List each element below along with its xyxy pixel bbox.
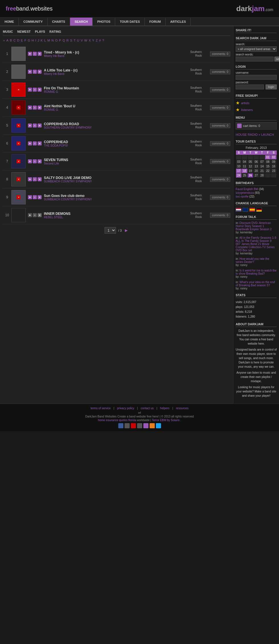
search-area-select[interactable]: » all unsigned band areas — [236, 46, 277, 52]
calendar-day[interactable]: 05 — [247, 160, 253, 164]
calendar-day[interactable]: 14 — [259, 164, 265, 169]
alpha-hash[interactable]: # — [99, 39, 101, 42]
calendar-day[interactable]: 22 — [265, 169, 271, 173]
song-artist[interactable]: THE SODA POPS! — [44, 144, 179, 147]
sub-nav-plays[interactable]: PLAYS — [35, 29, 45, 34]
song-artist[interactable]: Misery Ink Band — [44, 54, 179, 57]
comments-button[interactable]: comments: 0 — [210, 141, 230, 146]
alpha-g[interactable]: G — [28, 39, 30, 42]
calendar-day[interactable]: 13 — [253, 164, 259, 169]
nav-search[interactable]: SEARCH — [70, 18, 93, 26]
calendar-day[interactable]: 03 — [236, 160, 242, 164]
play-btn[interactable]: ▶ — [28, 159, 32, 163]
alpha-a[interactable]: A — [6, 39, 8, 42]
fav-btn[interactable]: ♥ — [38, 52, 42, 56]
forum-topic-link[interactable]: Is it weird for me to watch the tv show … — [236, 269, 276, 275]
play-btn[interactable]: ▶ — [28, 177, 32, 181]
calendar-day[interactable]: 18 — [242, 169, 247, 173]
flag-uk[interactable] — [243, 208, 248, 212]
play-btn[interactable]: ▶ — [28, 141, 32, 145]
fav-btn[interactable]: ♥ — [38, 213, 42, 217]
fav-btn[interactable]: ♥ — [38, 106, 42, 110]
song-artist[interactable]: RONNIE G — [44, 108, 179, 111]
alpha-o[interactable]: O — [55, 39, 58, 42]
comments-button[interactable]: comments: 0 — [210, 195, 230, 200]
alpha-b[interactable]: B — [10, 39, 12, 42]
alpha-k[interactable]: K — [41, 39, 43, 42]
calendar-day[interactable]: 21 — [259, 169, 265, 173]
alpha-l[interactable]: L — [44, 39, 46, 42]
song-title[interactable]: Tired - Misery Ink - (c) — [44, 50, 179, 54]
alpha-f[interactable]: F — [24, 39, 26, 42]
alpha-x[interactable]: X — [89, 39, 91, 42]
alpha-h[interactable]: H — [32, 39, 34, 42]
radio-link[interactable]: HOUSE RADIO » LAUNCH — [236, 133, 274, 136]
calendar-day[interactable]: 01 — [265, 155, 271, 160]
calendar-day[interactable]: 17 — [236, 169, 242, 173]
social-icon-5[interactable] — [143, 423, 148, 428]
fav-btn[interactable]: ♥ — [38, 88, 42, 92]
alpha-r[interactable]: R — [66, 39, 69, 42]
fav-btn[interactable]: ♥ — [38, 159, 42, 163]
calendar-day[interactable]: 23 — [271, 169, 276, 173]
flag-es[interactable] — [249, 208, 255, 212]
birthday-link[interactable]: sxc-spofie — [236, 195, 249, 198]
play-btn[interactable]: ▶ — [28, 70, 32, 74]
comments-button[interactable]: comments: 0 — [210, 69, 230, 74]
nav-photos[interactable]: PHOTOS — [93, 18, 115, 26]
calendar-day[interactable]: 16 — [271, 164, 276, 169]
search-text-input[interactable] — [236, 57, 274, 61]
page-next-button[interactable]: ► — [124, 228, 129, 233]
calendar-day[interactable]: 12 — [247, 164, 253, 169]
footer-helpers[interactable]: helpers — [160, 407, 170, 410]
song-title[interactable]: Aint Nothin 'Bout U — [44, 104, 179, 108]
add-btn-gray[interactable]: + — [33, 213, 37, 217]
fav-btn[interactable]: ♥ — [38, 124, 42, 127]
song-title[interactable]: INNER DEMONS — [44, 212, 179, 216]
alpha-j[interactable]: J — [38, 39, 39, 42]
alpha-z[interactable]: Z — [96, 39, 98, 42]
add-btn[interactable]: + — [33, 106, 37, 110]
alpha-m[interactable]: M — [47, 39, 50, 42]
signup-artists-link[interactable]: artists — [241, 101, 249, 105]
footer-privacy[interactable]: privacy policy — [117, 407, 134, 410]
birthday-link[interactable]: Faust English BM — [236, 188, 258, 191]
footer-home-insurance[interactable]: home insurance quotes florida — [98, 419, 136, 422]
alpha-u[interactable]: U — [77, 39, 79, 42]
sub-nav-rating[interactable]: RATING — [49, 29, 61, 34]
comments-button[interactable]: comments: 0 — [210, 213, 230, 218]
password-input[interactable] — [236, 85, 264, 89]
calendar-day[interactable]: 28 — [259, 173, 265, 178]
add-btn[interactable]: + — [33, 52, 37, 56]
song-artist[interactable]: SOUTHERN COUNTRY SYMPHONY — [44, 126, 179, 129]
nav-articles[interactable]: ARTICLES — [166, 18, 191, 26]
play-btn[interactable]: ▶ — [28, 195, 32, 199]
fav-btn[interactable]: ♥ — [38, 195, 42, 199]
song-artist[interactable]: SUMBEACH COUNTRY SYMPHONY — [44, 180, 179, 183]
comments-button[interactable]: comments: 0 — [210, 177, 230, 182]
alpha-question[interactable]: ? — [102, 39, 104, 42]
calendar-day[interactable]: 06 — [253, 160, 259, 164]
forum-topic-link[interactable]: How would you rate the series Dexter? — [236, 257, 269, 264]
add-btn[interactable]: + — [33, 195, 37, 199]
fav-btn[interactable]: ♥ — [38, 70, 42, 74]
calendar-day[interactable]: 02 — [271, 155, 276, 160]
add-btn[interactable]: + — [33, 124, 37, 127]
alpha-s[interactable]: S — [70, 39, 72, 42]
page-select[interactable]: 1 2 3 — [105, 227, 116, 234]
calendar-day[interactable]: 27 — [253, 173, 259, 178]
add-btn[interactable]: + — [33, 141, 37, 145]
calendar-day[interactable]: 04 — [242, 160, 247, 164]
song-artist[interactable]: Misery Ink Band — [44, 72, 179, 75]
signup-listeners-link[interactable]: listeners — [241, 108, 253, 112]
social-icon-4[interactable] — [137, 423, 142, 428]
nav-charts[interactable]: CHARTS — [48, 18, 70, 26]
username-input[interactable] — [236, 75, 277, 80]
song-title[interactable]: COPPERHEAD ROAD — [44, 122, 179, 126]
alpha-y[interactable]: Y — [92, 39, 94, 42]
calendar-day[interactable]: 26 — [247, 173, 253, 178]
sub-nav-newest[interactable]: NEWEST — [17, 29, 30, 34]
alpha-t[interactable]: T — [74, 39, 76, 42]
alpha-n[interactable]: N — [51, 39, 54, 42]
comments-button[interactable]: comments: 0 — [210, 87, 230, 92]
